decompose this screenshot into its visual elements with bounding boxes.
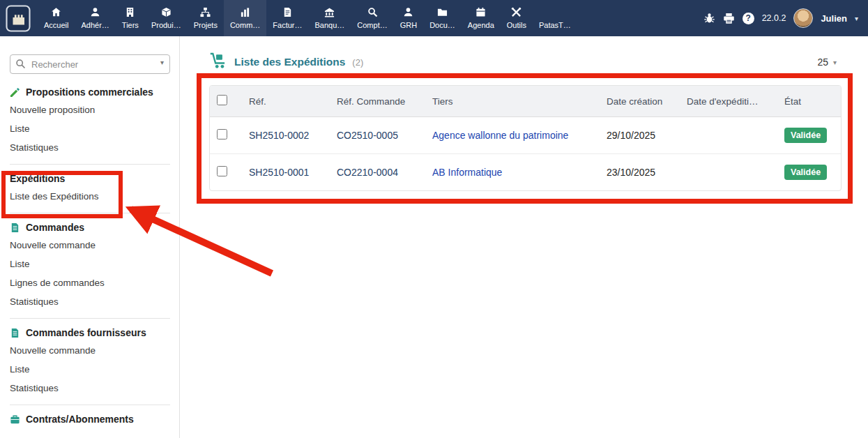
date-shipped-cell — [680, 117, 777, 154]
topmenu-item-banques[interactable]: Banqu… — [309, 0, 351, 36]
accounting-magnifier-icon — [367, 7, 379, 17]
app-window: Accueil Adhér… Tiers Produi… Projets Com… — [0, 0, 868, 438]
sidebar-item-nouvelle-commande[interactable]: Nouvelle commande — [10, 236, 170, 255]
sidebar-section-title: Expéditions — [10, 173, 65, 184]
topmenu-label: Factur… — [273, 21, 302, 29]
topmenu-item-adherents[interactable]: Adhér… — [75, 0, 115, 36]
page-size-caret-icon: ▾ — [833, 59, 837, 66]
table-row: SH2510-0002 CO2510-0005 Agence wallonne … — [210, 117, 842, 154]
page-size-value: 25 — [817, 56, 828, 68]
topmenu-item-commerce[interactable]: Comm… — [224, 0, 266, 36]
shipment-dolly-icon — [209, 52, 227, 72]
topmenu-item-accueil[interactable]: Accueil — [38, 0, 75, 36]
sidebar-section-title: Contrats/Abonnements — [26, 414, 134, 425]
column-header-status[interactable]: État — [777, 86, 842, 117]
product-box-icon — [160, 7, 172, 17]
topmenu-label: Adhér… — [81, 21, 109, 29]
topmenu-label: Banqu… — [315, 21, 345, 29]
topmenu-item-produits[interactable]: Produi… — [145, 0, 188, 36]
sidebar-item-lignes-de-commandes[interactable]: Lignes de commandes — [10, 273, 170, 292]
date-created-cell: 23/10/2025 — [600, 154, 680, 191]
topmenu-item-tiers[interactable]: Tiers — [116, 0, 145, 36]
sidebar-section-commandes[interactable]: Commandes — [10, 222, 170, 233]
sidebar-item-commandes-statistiques[interactable]: Statistiques — [10, 292, 170, 311]
topmenu-item-patastools[interactable]: PatasT… — [533, 0, 577, 36]
status-badge: Validée — [784, 165, 827, 180]
sidebar-item-propositions-liste[interactable]: Liste — [10, 119, 170, 138]
sidebar-item-fournisseurs-nouvelle-commande[interactable]: Nouvelle commande — [10, 341, 170, 360]
topmenu-item-grh[interactable]: GRH — [394, 0, 423, 36]
shipment-ref-link[interactable]: SH2510-0001 — [242, 154, 330, 191]
bug-report-icon[interactable] — [703, 13, 715, 24]
topmenu-item-outils[interactable]: Outils — [501, 0, 533, 36]
topmenu-item-facturation[interactable]: Factur… — [266, 0, 308, 36]
top-menu-bar: Accueil Adhér… Tiers Produi… Projets Com… — [0, 0, 868, 36]
topmenu-item-comptabilite[interactable]: Compt… — [351, 0, 393, 36]
user-menu-caret-icon[interactable]: ▾ — [855, 15, 858, 22]
page-size-select[interactable]: 25 ▾ — [817, 56, 837, 68]
print-icon[interactable] — [723, 13, 735, 24]
sidebar-section-expeditions[interactable]: Expéditions — [10, 173, 170, 184]
tools-icon — [510, 7, 522, 17]
bank-icon — [323, 7, 335, 17]
sidebar-section-title: Commandes fournisseurs — [26, 327, 146, 338]
sidebar-section-title: Commandes — [26, 222, 84, 233]
topmenu-label: PatasT… — [539, 21, 571, 29]
record-count: (2) — [352, 57, 363, 68]
topmenu-label: Compt… — [357, 21, 387, 29]
sidebar-item-propositions-statistiques[interactable]: Statistiques — [10, 138, 170, 157]
shipment-ref-link[interactable]: SH2510-0002 — [242, 117, 330, 154]
third-party-link[interactable]: Agence wallonne du patrimoine — [425, 117, 600, 154]
order-ref-link[interactable]: CO2510-0005 — [330, 117, 425, 154]
topmenu-label: Tiers — [122, 21, 139, 29]
sidebar-item-liste-des-expeditions[interactable]: Liste des Expéditions — [10, 187, 170, 206]
status-badge: Validée — [784, 128, 827, 143]
column-header-ref[interactable]: Réf. — [242, 86, 330, 117]
app-logo[interactable] — [6, 4, 31, 32]
topmenu-label: Produi… — [151, 21, 181, 29]
topmenu-item-projets[interactable]: Projets — [188, 0, 224, 36]
row-checkbox[interactable] — [217, 166, 227, 176]
topmenu-label: Accueil — [44, 21, 68, 29]
select-all-checkbox[interactable] — [217, 95, 227, 105]
column-header-order-ref[interactable]: Réf. Commande — [330, 86, 425, 117]
sidebar-divider — [10, 318, 170, 319]
sidebar-item-fournisseurs-statistiques[interactable]: Statistiques — [10, 379, 170, 398]
commerce-chart-icon — [239, 7, 251, 17]
sidebar-section-propositions[interactable]: Propositions commerciales — [10, 86, 170, 98]
search-caret-icon[interactable]: ▾ — [160, 59, 164, 66]
topmenu-item-documents[interactable]: Docu… — [423, 0, 462, 36]
table-row: SH2510-0001 CO2210-0004 AB Informatique … — [210, 154, 842, 191]
search-input[interactable] — [10, 54, 170, 74]
column-header-date-created[interactable]: Date création — [600, 86, 680, 117]
sidebar-item-nouvelle-proposition[interactable]: Nouvelle proposition — [10, 100, 170, 119]
proposal-pen-icon — [10, 87, 20, 98]
sidebar-section-contrats[interactable]: Contrats/Abonnements — [10, 414, 170, 425]
date-created-cell: 29/10/2025 — [600, 117, 680, 154]
sidebar-search: ▾ — [10, 54, 170, 74]
sidebar-divider — [10, 164, 170, 165]
sidebar-item-fournisseurs-liste[interactable]: Liste — [10, 360, 170, 379]
row-checkbox[interactable] — [217, 129, 227, 139]
topmenu-label: Projets — [194, 21, 218, 29]
user-avatar[interactable] — [793, 8, 813, 28]
sidebar-divider — [10, 213, 170, 213]
main-content: Liste des Expéditions (2) 25 ▾ Réf. Réf.… — [180, 36, 868, 438]
sidebar-section-commandes-fournisseurs[interactable]: Commandes fournisseurs — [10, 327, 170, 338]
sidebar-item-commandes-liste[interactable]: Liste — [10, 255, 170, 273]
column-header-date-shipped[interactable]: Date d'expéditi… — [680, 86, 777, 117]
user-name[interactable]: Julien — [821, 13, 847, 24]
topmenu-label: Docu… — [429, 21, 455, 29]
date-shipped-cell — [680, 154, 777, 191]
left-sidebar: ▾ Propositions commerciales Nouvelle pro… — [0, 36, 180, 438]
topmenu-item-agenda[interactable]: Agenda — [462, 0, 501, 36]
order-ref-link[interactable]: CO2210-0004 — [330, 154, 425, 191]
home-icon — [50, 7, 62, 17]
column-header-third-party[interactable]: Tiers — [425, 86, 600, 117]
sidebar-section-title: Propositions commerciales — [26, 86, 153, 98]
status-cell: Validée — [777, 154, 842, 191]
status-cell: Validée — [777, 117, 842, 154]
help-icon[interactable]: ? — [743, 13, 754, 24]
table-header-row: Réf. Réf. Commande Tiers Date création D… — [210, 86, 842, 117]
third-party-link[interactable]: AB Informatique — [425, 154, 600, 191]
